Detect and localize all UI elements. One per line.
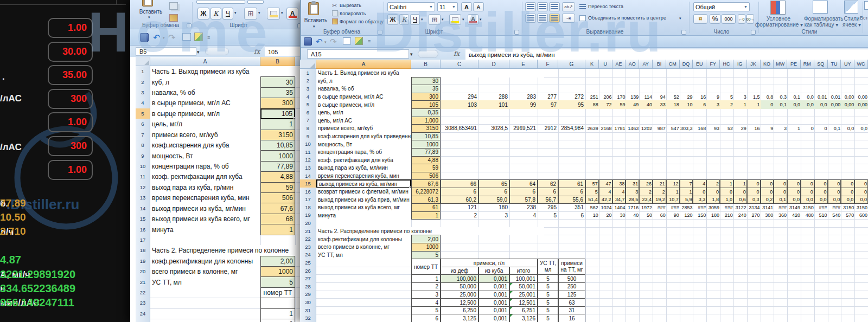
large-cell-F19[interactable]: 5: [538, 211, 558, 220]
large-cell-G16[interactable]: 6: [558, 188, 585, 196]
large-colhdr-A[interactable]: A: [316, 60, 411, 69]
t2-row0-e[interactable]: 100,001: [509, 274, 538, 283]
t2-row2-b[interactable]: 3: [411, 291, 441, 299]
large-colhdr-BI[interactable]: BI: [653, 60, 666, 69]
t2-row5-g[interactable]: 16: [558, 314, 585, 322]
large-colhdr-PE[interactable]: PE: [787, 60, 801, 69]
large-cell-JK19[interactable]: 270: [747, 211, 761, 220]
large-cell-MW18[interactable]: ###: [774, 203, 787, 212]
large-colhdr-SQ[interactable]: SQ: [814, 60, 828, 69]
large-cell-F5[interactable]: 97: [538, 100, 558, 109]
large-cell-UY18[interactable]: 3150: [841, 203, 854, 212]
large-cell-B8[interactable]: 3150: [411, 124, 441, 133]
t2-row1-g[interactable]: 250: [558, 282, 585, 291]
large-cell-B4[interactable]: 300: [411, 93, 441, 101]
large-cell-A2[interactable]: куб, л: [316, 77, 411, 86]
small-clipboard-launcher[interactable]: [187, 23, 192, 28]
large-cell-WC19[interactable]: 600: [854, 211, 868, 220]
large-cell-TU4[interactable]: 0,01: [828, 93, 841, 101]
large-cell-FY15[interactable]: 2: [706, 179, 720, 188]
large-cell-AO18[interactable]: 1716: [626, 203, 639, 212]
small-rowhdr-19[interactable]: 19: [136, 256, 150, 267]
large-rowhdr-1[interactable]: 1: [300, 69, 316, 78]
decrease-decimal-icon[interactable]: 00→: [746, 14, 754, 24]
t2-row4-d[interactable]: 0,001: [478, 306, 509, 315]
t2-row4-f[interactable]: 5: [538, 306, 558, 315]
large-cell-B17[interactable]: 61,3: [411, 196, 441, 204]
large-cell-BI19[interactable]: 60: [653, 211, 666, 220]
large-rowhdr-11[interactable]: 11: [300, 148, 316, 157]
italic-button[interactable]: К: [210, 8, 221, 20]
fill-color-button[interactable]: [267, 8, 280, 20]
fill-dropdown-icon[interactable]: ▾: [281, 11, 285, 16]
large-cell-D17[interactable]: 59,0: [478, 196, 509, 204]
large-cell-C5[interactable]: 103: [441, 100, 478, 109]
small-font-size-combo[interactable]: [247, 0, 264, 4]
small-rowhdr-22[interactable]: 22: [136, 287, 150, 298]
wrap-text-button[interactable]: Перенос текста: [588, 4, 638, 10]
small-cell-B19[interactable]: 2,00: [260, 256, 295, 267]
t2-row1-d[interactable]: 0,001: [478, 282, 509, 291]
large-redo-icon[interactable]: ↷: [330, 37, 339, 46]
grow-font-button[interactable]: А: [461, 2, 472, 11]
cond-format-line2[interactable]: форматирование ▾: [755, 22, 802, 28]
large-qat-more-icon[interactable]: ≡: [368, 38, 373, 44]
large-cell-FY4[interactable]: 9: [706, 93, 720, 101]
large-cell-MW15[interactable]: 0: [774, 179, 787, 188]
large-font-color-button[interactable]: А: [468, 14, 478, 25]
large-italic-button[interactable]: К: [399, 14, 409, 25]
large-cell-E15[interactable]: 64: [509, 179, 538, 188]
small-qat-more-icon[interactable]: ≡: [207, 35, 213, 40]
large-rowhdr-14[interactable]: 14: [300, 172, 316, 181]
large-cell-AE8[interactable]: 1781: [612, 124, 626, 133]
large-colhdr-D[interactable]: D: [478, 60, 509, 69]
large-cell-A6[interactable]: цель, мг/л: [316, 108, 411, 117]
copy-button[interactable]: Копировать: [340, 11, 382, 17]
t2-row3-f[interactable]: 5: [538, 298, 558, 307]
large-cell-AO15[interactable]: 31: [626, 179, 639, 188]
large-cell-B22[interactable]: 2,00: [411, 235, 441, 243]
large-cell-B10[interactable]: 1000: [411, 140, 441, 149]
percent-button[interactable]: %: [710, 14, 720, 24]
large-cell-A13[interactable]: выход пара из куба, мл/мин: [316, 164, 411, 172]
small-rowhdr-1[interactable]: 1: [136, 66, 150, 77]
large-cell-KO18[interactable]: 3141: [761, 203, 774, 212]
insert-cells-button[interactable]: Вставить: [859, 15, 868, 21]
large-rowhdr-15[interactable]: 15: [300, 179, 316, 188]
t2-row4-g[interactable]: 31: [558, 306, 585, 315]
large-cell-JK15[interactable]: 0: [747, 179, 761, 188]
large-cell-DQ17[interactable]: 5,9: [680, 196, 693, 204]
large-rowhdr-20[interactable]: 20: [300, 219, 316, 228]
large-cell-F15[interactable]: 62: [538, 179, 558, 188]
t2-row5-c[interactable]: 3,125: [441, 314, 478, 322]
large-cell-F8[interactable]: 2912: [538, 124, 558, 133]
small-cell-A1[interactable]: Часть 1. Выход примеси из куба: [150, 66, 304, 77]
small-cell-B15[interactable]: 68: [260, 214, 295, 224]
indent-buttons[interactable]: ⇥: [562, 14, 575, 23]
large-cell-U5[interactable]: 72: [599, 100, 612, 109]
large-cell-D18[interactable]: 180: [478, 203, 509, 212]
large-cell-AE15[interactable]: 38: [612, 179, 626, 188]
small-rowhdr-3[interactable]: 3: [136, 87, 150, 98]
large-cell-HC8[interactable]: 52: [720, 124, 733, 133]
large-cell-UY15[interactable]: 0: [841, 179, 854, 188]
small-cell-A10[interactable]: концентрация пара, % об: [150, 161, 260, 172]
large-rowhdr-3[interactable]: 3: [300, 85, 316, 93]
large-cell-B13[interactable]: 59: [411, 164, 441, 172]
large-cell-IG16[interactable]: 0: [733, 188, 747, 196]
large-cell-F17[interactable]: 56,7: [538, 196, 558, 204]
small-rowhdr-7[interactable]: 7: [136, 130, 150, 140]
t2-row5-b[interactable]: 6: [411, 314, 441, 322]
small-rowhdr-15[interactable]: 15: [136, 214, 150, 224]
small-cell-A16[interactable]: минута: [150, 224, 260, 235]
small-colhdr-A[interactable]: A: [150, 57, 260, 66]
small-cell-B21[interactable]: 5: [260, 276, 295, 287]
large-colhdr-WC[interactable]: WC: [854, 60, 868, 69]
large-cell-D5[interactable]: 101: [478, 100, 509, 109]
large-cell-MW19[interactable]: 360: [774, 211, 787, 220]
small-rowhdr-5[interactable]: 5: [136, 108, 150, 119]
large-cell-HC17[interactable]: 1,0: [720, 196, 733, 204]
t2-row5-e[interactable]: 3,126: [509, 314, 538, 322]
large-undo-dd[interactable]: ▾: [324, 40, 329, 44]
large-cell-B9[interactable]: 10,85: [411, 132, 441, 141]
